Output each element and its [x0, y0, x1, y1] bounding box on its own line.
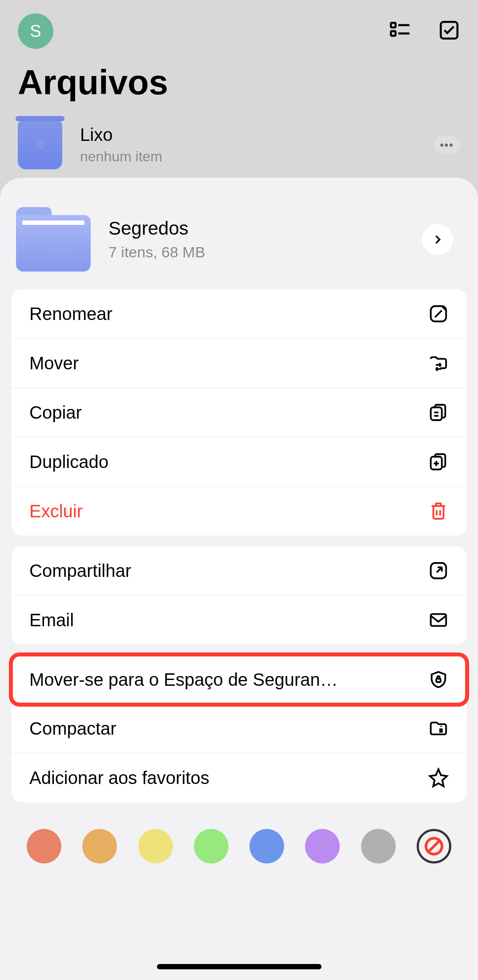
compress-item[interactable]: Compactar	[12, 704, 466, 753]
svg-rect-15	[431, 614, 446, 626]
move-item[interactable]: Mover	[12, 339, 466, 388]
pencil-icon	[428, 304, 449, 324]
color-tag-blue[interactable]	[249, 829, 284, 864]
share-icon	[428, 560, 449, 581]
svg-rect-18	[440, 729, 442, 732]
svg-rect-0	[391, 23, 395, 27]
email-label: Email	[29, 610, 74, 630]
page-title: Arquivos	[0, 62, 478, 103]
svg-line-20	[429, 841, 439, 852]
color-tag-row	[12, 813, 466, 864]
folder-header: Segredos 7 itens, 68 MB	[12, 189, 466, 289]
favorite-label: Adicionar aos favoritos	[29, 768, 209, 788]
folder-subtitle: 7 itens, 68 MB	[108, 244, 404, 261]
delete-label: Excluir	[29, 501, 83, 521]
trash-row[interactable]: ♲ Lixo nenhum item •••	[0, 120, 478, 169]
star-icon	[428, 768, 449, 788]
favorite-item[interactable]: Adicionar aos favoritos	[12, 753, 466, 802]
copy-label: Copiar	[29, 403, 82, 423]
duplicate-item[interactable]: Duplicado	[12, 437, 466, 487]
copy-item[interactable]: Copiar	[12, 388, 466, 437]
color-tag-purple[interactable]	[305, 829, 340, 864]
copy-icon	[428, 402, 449, 423]
secure-label: Mover-se para o Espaço de Seguran…	[29, 670, 338, 690]
more-button[interactable]: •••	[434, 136, 460, 154]
color-tag-green[interactable]	[194, 829, 229, 864]
envelope-icon	[428, 610, 449, 630]
color-tag-yellow[interactable]	[138, 829, 173, 864]
home-indicator[interactable]	[157, 964, 321, 969]
folder-icon	[16, 207, 91, 272]
zip-icon	[428, 718, 449, 739]
trash-subtitle: nenhum item	[80, 148, 416, 165]
rename-item[interactable]: Renomear	[12, 289, 466, 339]
list-view-icon[interactable]	[389, 19, 411, 43]
duplicate-label: Duplicado	[29, 452, 108, 472]
delete-item[interactable]: Excluir	[12, 487, 466, 536]
folder-arrows-icon	[428, 353, 449, 373]
trash-title: Lixo	[80, 125, 416, 145]
svg-rect-6	[431, 408, 442, 420]
duplicate-icon	[428, 452, 449, 472]
trash-bin-icon	[428, 501, 449, 521]
rename-label: Renomear	[29, 304, 112, 324]
move-to-secure-item[interactable]: Mover-se para o Espaço de Seguran…	[12, 655, 466, 704]
share-label: Compartilhar	[29, 561, 131, 581]
select-icon[interactable]	[438, 19, 460, 43]
move-label: Mover	[29, 353, 79, 373]
avatar[interactable]: S	[18, 13, 53, 49]
action-sheet: Segredos 7 itens, 68 MB Renomear Mover C…	[0, 178, 478, 980]
trash-icon: ♲	[18, 120, 62, 169]
color-tag-none[interactable]	[417, 829, 451, 864]
compress-label: Compactar	[29, 719, 116, 739]
color-tag-gray[interactable]	[361, 829, 396, 864]
email-item[interactable]: Email	[12, 596, 466, 644]
color-tag-red[interactable]	[27, 829, 61, 864]
open-folder-button[interactable]	[422, 224, 453, 255]
folder-title: Segredos	[108, 218, 404, 239]
svg-rect-16	[436, 679, 441, 682]
shield-lock-icon	[428, 669, 449, 690]
svg-rect-2	[391, 31, 395, 36]
share-item[interactable]: Compartilhar	[12, 546, 466, 596]
color-tag-orange[interactable]	[82, 829, 117, 864]
